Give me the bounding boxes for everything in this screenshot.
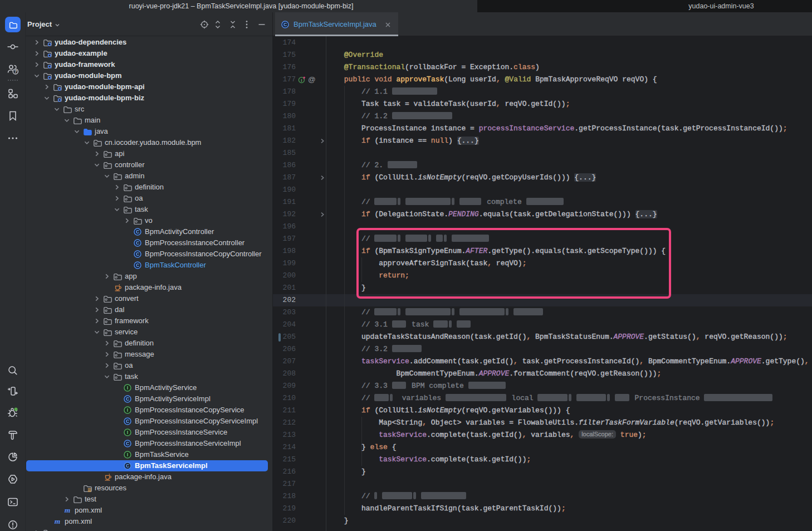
svg-text:C: C	[283, 22, 287, 27]
svg-text:I: I	[127, 452, 128, 457]
svg-text:C: C	[136, 251, 139, 257]
svg-text:C: C	[136, 229, 139, 235]
svg-text:I: I	[127, 407, 128, 413]
svg-text:m: m	[65, 506, 71, 514]
svg-text:C: C	[126, 396, 129, 402]
svg-text:m: m	[55, 517, 61, 525]
svg-text:?: ?	[14, 69, 17, 74]
svg-text:C: C	[126, 441, 129, 446]
svg-text:C: C	[126, 463, 129, 469]
svg-text:C: C	[126, 418, 129, 424]
svg-text:I: I	[127, 430, 128, 435]
svg-text:I: I	[301, 78, 302, 83]
svg-text:C: C	[136, 262, 139, 268]
svg-text:C: C	[136, 240, 139, 246]
svg-text:I: I	[127, 385, 128, 391]
